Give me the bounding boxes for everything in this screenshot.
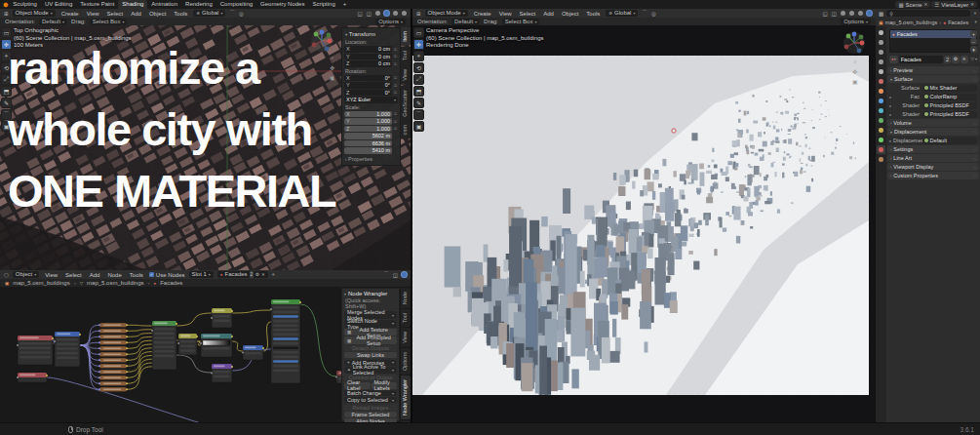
tool-scale[interactable]: ⤢ [413,74,424,85]
nw-frame-selected[interactable]: Frame Selected [344,412,397,417]
location-z-field[interactable]: Z0 cm [344,60,392,67]
snap-magnet-icon[interactable]: ⌒ [229,10,235,17]
use-nodes-checkbox[interactable]: ✓Use Nodes [149,272,185,278]
field-shader-value[interactable]: Principled BSDF [922,102,977,109]
sidebar-tab-node-wrangler[interactable]: Node Wrangler [401,376,411,419]
menu-create[interactable]: Create [59,11,81,17]
location-x-field[interactable]: X0 cm [344,46,392,53]
shading-solid-icon[interactable] [384,11,389,16]
breadcrumb-item-1[interactable]: map_5.osm_buildings [87,280,143,286]
menu-select[interactable]: Select [63,272,84,278]
drag-dropdown[interactable]: Select Box▾ [502,19,540,25]
editor-type-icon[interactable]: ⊞ [4,11,9,17]
shading-material-icon[interactable] [393,11,398,16]
nw-clear-label[interactable]: Clear Label [344,382,371,390]
lock-icon[interactable]: ⚿ [393,47,398,52]
sidebar-tab-tool[interactable]: Tool [401,47,411,64]
menu-node[interactable]: Node [105,272,123,278]
proportional-editing-icon[interactable]: ◎ [239,11,244,17]
sidebar-tab-view[interactable]: View [401,328,411,347]
tool-rotate[interactable]: ⟲ [413,62,424,73]
menu-object[interactable]: Object [560,11,580,17]
lock-icon[interactable]: ⚿ [393,54,398,59]
menu-select[interactable]: Select [105,11,126,17]
sidebar-tab-view[interactable]: View [401,65,411,85]
rotation-z-field[interactable]: Z0° [344,90,392,97]
dimension-z-field[interactable]: 5410 m [344,147,392,154]
remove-slot-button[interactable]: − [970,38,977,45]
panel-line-art[interactable]: ›Line Art⁙ [887,154,979,162]
slot-selector[interactable]: Slot 1▾ [189,271,214,278]
field-displacement-value[interactable]: Default [922,138,977,144]
pin-icon[interactable]: ⌖ [974,19,977,25]
menu-view[interactable]: View [497,11,514,17]
menu-object[interactable]: Object [147,11,168,17]
workspace-tab-sculpting[interactable]: Sculpting [9,0,41,9]
overlays-icon[interactable]: ◫ [832,11,837,17]
panel-surface[interactable]: ▾Surface⁙ [887,75,979,83]
properties-tab-modifiers[interactable] [877,97,885,105]
properties-tab-world[interactable] [877,77,885,86]
properties-tab-constraints[interactable] [877,126,885,135]
lock-icon[interactable]: ⚿ [393,90,398,95]
view-layer-selector[interactable]: ☰ ViewLayer ✕ [931,1,977,8]
show-gizmo-icon[interactable]: ◱ [823,11,828,17]
properties-tab-particles[interactable] [877,106,885,115]
menu-view[interactable]: View [85,11,101,17]
workspace-tab-animation[interactable]: Animation [147,0,181,9]
sidebar-tab-options[interactable]: Options [401,348,411,375]
menu-add[interactable]: Add [88,272,102,278]
tool-add-cube[interactable]: ▣ [413,121,424,132]
workspace-tab-rendering[interactable]: Rendering [181,0,216,9]
properties-tab-texture[interactable] [877,155,885,164]
zoom-icon[interactable]: ⌕ [852,59,858,65]
unlink-scene-icon[interactable]: ✕ [924,2,928,7]
workspace-tab-texture-paint[interactable]: Texture Paint [76,0,118,9]
shader-type-selector[interactable]: Object▾ [13,271,39,278]
lock-icon[interactable]: ⚿ [393,83,398,88]
mode-selector[interactable]: Object Mode▾ [13,10,56,17]
nw-batch-change[interactable]: Batch Change▾ [344,390,397,396]
scene-selector[interactable]: ▦ Scene ✕ [895,1,930,8]
editor-type-icon[interactable]: ⊞ [416,11,421,17]
fake-user-button[interactable]: ❂ [952,56,960,63]
lock-icon[interactable]: ⚿ [393,75,398,80]
nw-link-active-to-selected[interactable]: ⚭Link Active To Selected▾ [344,367,397,375]
lock-icon[interactable]: ⚿ [393,126,398,131]
viewport-left-canvas[interactable]: Top Orthographic (60) Scene Collection |… [0,25,411,270]
unlink-view-layer-icon[interactable]: ✕ [970,2,974,7]
overlays-icon[interactable]: ◫ [367,11,372,17]
menu-add[interactable]: Add [129,11,143,17]
dimension-y-field[interactable]: 6636 m [344,140,392,147]
workspace-tab-shading[interactable]: Shading [118,0,147,9]
nw-add-principled-setup[interactable]: ▦Add Principled Setup [344,336,397,344]
rotation-x-field[interactable]: X0° [344,75,392,82]
lock-icon[interactable]: ⚿ [393,111,398,116]
properties-tab-physics[interactable] [877,116,885,125]
workspace-tab-geometry-nodes[interactable]: Geometry Nodes [256,0,308,9]
dimension-x-field[interactable]: 5602 m [344,133,392,139]
editor-type-icon[interactable]: ▩ [879,11,883,17]
field-shader-value[interactable]: Principled BSDF [922,111,977,118]
field-fac-value[interactable]: ColorRamp [922,94,977,100]
properties-tab-material[interactable] [877,145,885,154]
properties-tab-scene[interactable] [877,67,885,76]
pin-icon[interactable]: ⌖ [272,271,275,278]
shading-material-icon[interactable] [858,11,863,16]
lock-icon[interactable]: ⚿ [393,61,398,66]
panel-displacement[interactable]: ▾Displacement⁙ [887,128,979,136]
options-dropdown[interactable]: Options▾ [375,19,406,25]
filter-dropdown[interactable]: ▽▾ [971,57,977,61]
shading-wireframe-icon[interactable] [841,11,845,16]
editor-type-icon[interactable]: ⬡ [4,272,9,278]
shading-solid-icon[interactable] [849,11,854,16]
properties-tab-output[interactable] [877,48,885,57]
scale-z-field[interactable]: Z1.000 [344,126,392,133]
unlink-material-button[interactable]: ✕ [960,56,968,63]
properties-tab-view-layer[interactable] [877,58,885,66]
panel-custom-properties[interactable]: ›Custom Properties⁙ [887,172,979,179]
properties-search[interactable]: ⚲ [886,10,970,17]
nw-modify-labels[interactable]: Modify Labels [372,382,398,390]
lock-icon[interactable]: ⚿ [393,119,398,124]
breadcrumb-object[interactable]: map_5.osm_buildings [885,20,938,25]
